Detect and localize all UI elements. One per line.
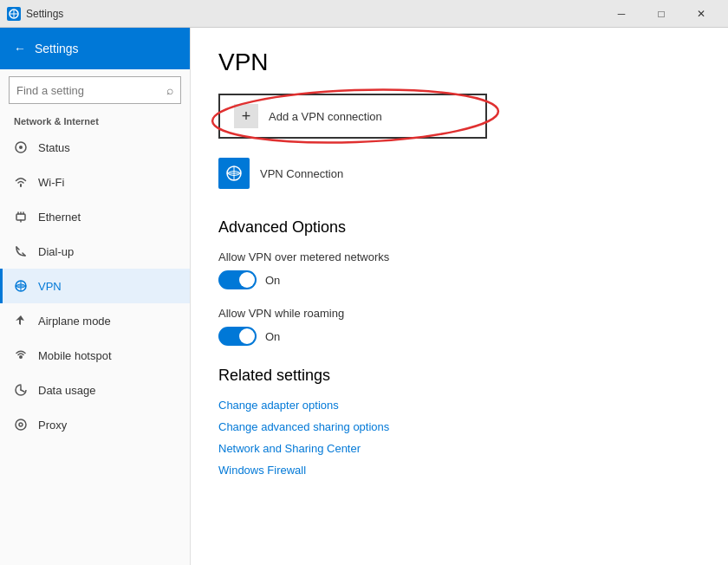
title-bar: Settings ─ □ ✕ bbox=[0, 0, 728, 28]
sidebar-label-proxy: Proxy bbox=[38, 419, 67, 432]
sidebar-back-label: Settings bbox=[35, 42, 79, 55]
link-network-center[interactable]: Network and Sharing Center bbox=[218, 442, 700, 455]
sidebar-item-hotspot[interactable]: Mobile hotspot bbox=[0, 338, 190, 373]
status-icon bbox=[14, 140, 28, 154]
svg-point-11 bbox=[16, 419, 26, 430]
sidebar-label-airplane: Airplane mode bbox=[38, 315, 111, 328]
advanced-options-title: Advanced Options bbox=[218, 218, 700, 237]
page-title: VPN bbox=[218, 49, 700, 76]
link-change-adapter[interactable]: Change adapter options bbox=[218, 399, 700, 412]
sidebar-item-ethernet[interactable]: Ethernet bbox=[0, 199, 190, 234]
toggle2-state: On bbox=[265, 330, 280, 343]
sidebar-item-status[interactable]: Status bbox=[0, 130, 190, 165]
toggle2-switch[interactable] bbox=[218, 327, 257, 346]
sidebar-label-wifi: Wi-Fi bbox=[38, 176, 64, 189]
sidebar-item-proxy[interactable]: Proxy bbox=[0, 407, 190, 442]
sidebar-item-wifi[interactable]: Wi-Fi bbox=[0, 165, 190, 199]
sidebar: ← Settings ⌕ Network & Internet Status bbox=[0, 28, 191, 565]
close-button[interactable]: ✕ bbox=[681, 0, 721, 28]
svg-point-7 bbox=[19, 355, 23, 359]
toggle1-row: On bbox=[218, 270, 700, 289]
maximize-button[interactable]: □ bbox=[641, 0, 681, 28]
dialup-icon bbox=[14, 244, 28, 258]
link-windows-firewall[interactable]: Windows Firewall bbox=[218, 464, 700, 477]
plus-icon: + bbox=[234, 104, 258, 128]
sidebar-section-title: Network & Internet bbox=[0, 111, 190, 130]
sidebar-label-status: Status bbox=[38, 141, 70, 154]
toggle1-switch[interactable] bbox=[218, 270, 257, 289]
app-container: ← Settings ⌕ Network & Internet Status bbox=[0, 28, 728, 565]
sidebar-item-dialup[interactable]: Dial-up bbox=[0, 234, 190, 269]
add-vpn-label: Add a VPN connection bbox=[269, 110, 382, 123]
window-controls: ─ □ ✕ bbox=[601, 0, 721, 28]
hotspot-icon bbox=[14, 348, 28, 362]
vpn-connection-name: VPN Connection bbox=[260, 167, 343, 180]
sidebar-label-ethernet: Ethernet bbox=[38, 211, 81, 224]
sidebar-label-hotspot: Mobile hotspot bbox=[38, 349, 112, 362]
data-usage-icon bbox=[14, 383, 28, 397]
sidebar-item-data[interactable]: Data usage bbox=[0, 373, 190, 407]
toggle1-label: Allow VPN over metered networks bbox=[218, 250, 700, 263]
sidebar-back-button[interactable]: ← Settings bbox=[0, 28, 190, 69]
svg-point-12 bbox=[19, 423, 23, 426]
related-settings-title: Related settings bbox=[218, 367, 700, 385]
vpn-icon bbox=[14, 279, 28, 293]
search-icon: ⌕ bbox=[166, 83, 173, 97]
toggle2-label: Allow VPN while roaming bbox=[218, 307, 700, 320]
sidebar-label-dialup: Dial-up bbox=[38, 245, 74, 258]
airplane-icon bbox=[14, 314, 28, 328]
sidebar-item-vpn[interactable]: VPN bbox=[0, 269, 190, 303]
app-icon bbox=[7, 7, 21, 21]
main-content: VPN + Add a VPN connection bbox=[191, 28, 728, 565]
add-vpn-button[interactable]: + Add a VPN connection bbox=[218, 94, 487, 139]
link-change-sharing[interactable]: Change advanced sharing options bbox=[218, 420, 700, 433]
minimize-button[interactable]: ─ bbox=[601, 0, 641, 28]
sidebar-item-airplane[interactable]: Airplane mode bbox=[0, 303, 190, 338]
wifi-icon bbox=[14, 175, 28, 189]
svg-rect-3 bbox=[16, 214, 25, 220]
search-box[interactable]: ⌕ bbox=[9, 76, 181, 104]
back-arrow-icon: ← bbox=[14, 42, 26, 55]
proxy-icon bbox=[14, 418, 28, 432]
ethernet-icon bbox=[14, 210, 28, 224]
svg-line-10 bbox=[21, 390, 24, 392]
toggle2-row: On bbox=[218, 327, 700, 346]
search-input[interactable] bbox=[16, 84, 166, 97]
svg-point-2 bbox=[19, 146, 23, 149]
sidebar-label-data: Data usage bbox=[38, 384, 96, 397]
window-title: Settings bbox=[26, 8, 601, 20]
sidebar-label-vpn: VPN bbox=[38, 280, 62, 293]
vpn-connection-icon bbox=[218, 158, 250, 189]
toggle1-state: On bbox=[265, 274, 280, 287]
vpn-connection-item[interactable]: VPN Connection bbox=[218, 149, 700, 198]
